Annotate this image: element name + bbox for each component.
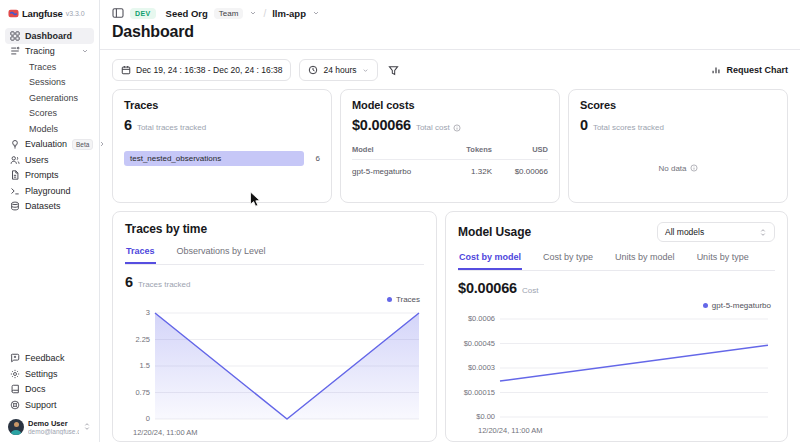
scores-card: Scores 0 Total scores tracked No data [568,89,788,203]
svg-text:12/20/24, 11:00 AM: 12/20/24, 11:00 AM [478,426,543,435]
card-title: Scores [580,99,776,111]
database-icon [10,201,20,211]
date-range-picker[interactable]: Dec 19, 24 : 16:38 - Dec 20, 24 : 16:38 [112,59,291,81]
message-plus-icon [10,353,20,363]
sidebar-item-label: Settings [25,369,58,379]
sidebar-item-docs[interactable]: Docs [5,382,94,398]
chevron-down-icon[interactable] [249,9,257,17]
traces-metric-label: Total traces tracked [137,123,206,132]
traces-tracked-metric: 6 [125,274,133,290]
date-range-value: Dec 19, 24 : 16:38 - Dec 20, 24 : 16:38 [136,65,282,75]
tab-cost-by-type[interactable]: Cost by type [542,249,594,270]
sidebar-item-scores[interactable]: Scores [5,106,94,122]
user-name: Demo User [28,419,79,428]
chevron-down-icon[interactable] [312,9,320,17]
sidebar-item-tracing[interactable]: Tracing [5,44,94,60]
sidebar-item-label: Docs [25,384,46,394]
legend-dot [703,303,708,308]
interval-select[interactable]: 24 hours [299,59,377,81]
sidebar-item-users[interactable]: Users [5,152,94,168]
trace-bar-value: 6 [312,154,320,163]
svg-text:1.5: 1.5 [140,361,150,370]
dashboard-toolbar: Dec 19, 24 : 16:38 - Dec 20, 24 : 16:38 … [100,50,800,89]
beta-badge: Beta [72,139,93,150]
chart-legend: gpt-5-megaturbo [458,301,775,310]
org-breadcrumb[interactable]: Seed Org [166,8,208,19]
sidebar-item-feedback[interactable]: Feedback [5,351,94,367]
legend-label: gpt-5-megaturbo [712,301,771,310]
filter-button[interactable] [386,63,401,78]
sidebar-item-generations[interactable]: Generations [5,90,94,106]
clock-icon [308,65,318,75]
request-chart-button[interactable]: Request Chart [711,65,788,75]
model-usage-chart: $0.00$0.00015$0.0003$0.00045$0.000612/20… [458,312,776,438]
sidebar-item-models[interactable]: Models [5,121,94,137]
model-select[interactable]: All models [657,222,775,242]
col-usd: USD [492,145,548,154]
sidebar-item-datasets[interactable]: Datasets [5,199,94,215]
model-costs-table: Model Tokens USD gpt-5-megaturbo 1.32K $… [352,145,548,176]
project-breadcrumb[interactable]: llm-app [272,8,306,19]
sidebar-spacer [5,214,94,351]
gear-icon [10,369,20,379]
card-title: Traces [124,99,320,111]
page-header: DEV Seed Org Team / llm-app Dashboard [100,0,800,50]
traces-by-time-tabs: Traces Observations by Level [125,243,424,265]
tab-cost-by-model[interactable]: Cost by model [458,249,522,270]
cell-model: gpt-5-megaturbo [352,167,442,176]
trace-bar-row: test_nested_observations 6 [124,151,320,166]
sidebar-item-label: Support [25,400,57,410]
request-chart-label: Request Chart [726,65,788,75]
topbar: DEV Seed Org Team / llm-app [112,7,788,19]
svg-text:$0.0003: $0.0003 [468,363,495,372]
grid-icon [10,31,20,41]
sidebar-item-sessions[interactable]: Sessions [5,75,94,91]
model-select-value: All models [665,227,704,237]
logo-row[interactable]: Langfuse v3.3.0 [5,6,94,28]
no-data-text: No data [658,164,686,173]
tab-observations-by-level[interactable]: Observations by Level [176,243,267,264]
life-buoy-icon [10,400,20,410]
sidebar-item-settings[interactable]: Settings [5,366,94,382]
sidebar-item-label: Models [29,124,58,134]
traces-by-time-card: Traces by time Traces Observations by Le… [112,211,437,442]
tab-units-by-type[interactable]: Units by type [696,249,750,270]
panel-left-icon[interactable] [112,7,124,19]
info-icon[interactable] [453,124,461,132]
table-header: Model Tokens USD [352,145,548,160]
svg-text:0.75: 0.75 [135,388,150,397]
sidebar-item-prompts[interactable]: Prompts [5,168,94,184]
sidebar-item-support[interactable]: Support [5,397,94,413]
sidebar-item-label: Dashboard [25,31,72,41]
sidebar-item-dashboard[interactable]: Dashboard [5,28,94,44]
sidebar-item-playground[interactable]: Playground [5,183,94,199]
users-icon [10,155,20,165]
table-row: gpt-5-megaturbo 1.32K $0.00066 [352,160,548,176]
info-icon[interactable] [690,164,698,172]
org-role-chip[interactable]: Team [214,8,244,19]
chevrons-up-down-icon [759,228,767,237]
bar-chart-icon [711,65,721,75]
card-title: Model costs [352,99,548,111]
cost-metric-label: Cost [522,286,538,295]
model-costs-card: Model costs $0.00066 Total cost Model To… [340,89,560,203]
traces-metric: 6 [124,117,132,133]
legend-label: Traces [396,295,420,304]
card-title: Traces by time [125,222,424,236]
tracing-icon [10,46,20,56]
traces-card: Traces 6 Total traces tracked test_neste… [112,89,332,203]
sidebar-item-evaluation[interactable]: Evaluation Beta [5,137,94,153]
main-content: DEV Seed Org Team / llm-app Dashboard De… [100,0,800,442]
svg-text:3: 3 [146,308,150,317]
tab-traces[interactable]: Traces [125,243,156,264]
sidebar-item-traces[interactable]: Traces [5,59,94,75]
trace-name-bar[interactable]: test_nested_observations [124,151,304,166]
chevrons-up-down-icon [83,422,91,431]
svg-text:$0.0006: $0.0006 [468,314,495,323]
model-usage-tabs: Cost by model Cost by type Units by mode… [458,249,775,271]
card-title: Model Usage [458,225,531,239]
tab-units-by-model[interactable]: Units by model [614,249,676,270]
user-menu[interactable]: Demo User demo@langfuse.c... [5,413,94,437]
cost-metric: $0.00066 [458,280,517,296]
sidebar-item-label: Datasets [25,201,61,211]
